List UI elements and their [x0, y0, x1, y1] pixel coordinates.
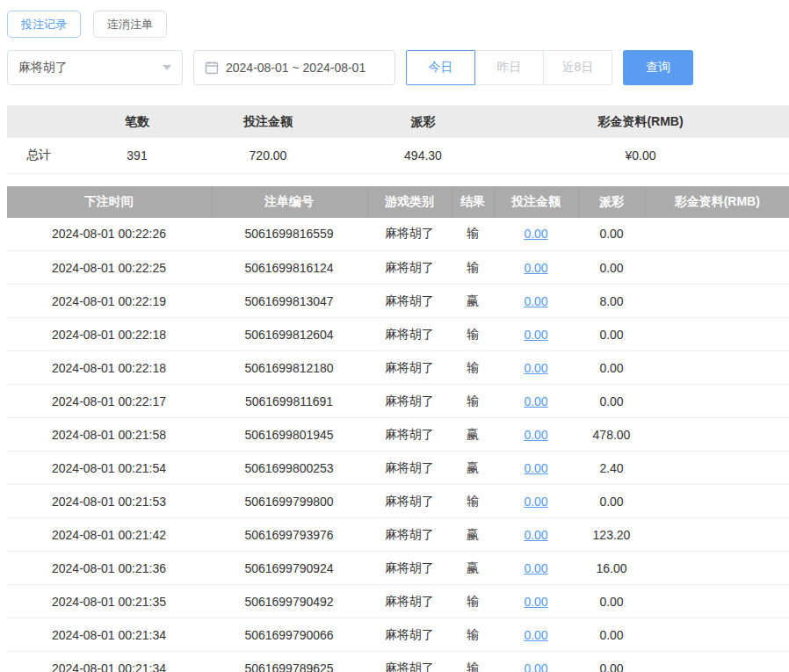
bet-amount-link[interactable]: 0.00: [524, 595, 547, 609]
cell-payout: 0.00: [578, 652, 645, 672]
cell-order-id: 5061699812180: [211, 351, 367, 385]
cell-payout: 8.00: [578, 285, 645, 318]
cell-bet-time: 2024-08-01 00:21:34: [7, 652, 211, 672]
summary-header-row: 笔数 投注金额 派彩 彩金资料(RMB): [7, 105, 789, 138]
cell-game-type: 麻将胡了: [367, 285, 452, 318]
summary-total-count: 391: [92, 138, 182, 173]
column-header: 派彩: [578, 186, 645, 218]
cell-bet-amount: 0.00: [494, 552, 578, 585]
cell-bet-time: 2024-08-01 00:21:54: [7, 452, 211, 485]
cell-game-type: 麻将胡了: [367, 585, 452, 618]
cell-order-id: 5061699801945: [211, 418, 367, 452]
cell-bonus: [645, 251, 789, 285]
tab-betting-records[interactable]: 投注记录: [7, 11, 81, 38]
cell-bet-amount: 0.00: [494, 218, 578, 251]
cell-bonus: [645, 452, 789, 485]
cell-bet-time: 2024-08-01 00:22:19: [7, 285, 211, 318]
summary-header-payout: 派彩: [354, 105, 492, 138]
cell-payout: 0.00: [578, 585, 645, 618]
cell-bonus: [645, 285, 789, 318]
cell-game-type: 麻将胡了: [367, 318, 452, 351]
cell-game-type: 麻将胡了: [367, 518, 452, 552]
bet-amount-link[interactable]: 0.00: [524, 428, 547, 442]
cell-bonus: [645, 351, 789, 385]
cell-game-type: 麻将胡了: [367, 251, 452, 285]
cell-result: 输: [452, 318, 494, 351]
cell-order-id: 5061699790924: [211, 552, 367, 585]
table-row: 2024-08-01 00:21:545061699800253麻将胡了赢0.0…: [7, 452, 789, 485]
cell-game-type: 麻将胡了: [367, 618, 452, 652]
cell-game-type: 麻将胡了: [367, 351, 452, 385]
cell-payout: 0.00: [578, 251, 645, 285]
column-header: 下注时间: [7, 186, 211, 218]
cell-result: 输: [452, 251, 494, 285]
bet-amount-link[interactable]: 0.00: [524, 461, 547, 475]
tab-cancelled-orders[interactable]: 连消注单: [93, 11, 167, 38]
bet-amount-link[interactable]: 0.00: [524, 328, 547, 342]
table-row: 2024-08-01 00:21:345061699790066麻将胡了输0.0…: [7, 618, 789, 652]
records-table-body: 2024-08-01 00:22:265061699816559麻将胡了输0.0…: [7, 218, 789, 672]
bet-amount-link[interactable]: 0.00: [524, 495, 547, 509]
bet-amount-link[interactable]: 0.00: [524, 661, 547, 672]
bet-amount-link[interactable]: 0.00: [524, 394, 547, 408]
cell-result: 赢: [452, 518, 494, 552]
cell-payout: 478.00: [578, 418, 645, 452]
cell-bet-time: 2024-08-01 00:22:17: [7, 385, 211, 418]
today-button[interactable]: 今日: [406, 50, 475, 85]
date-range-input[interactable]: 2024-08-01 ~ 2024-08-01: [193, 50, 395, 85]
cell-result: 输: [452, 652, 494, 672]
cell-result: 赢: [452, 452, 494, 485]
filter-bar: 麻将胡了 2024-08-01 ~ 2024-08-01 今日 昨日 近8日 查…: [7, 50, 782, 85]
cell-result: 输: [452, 218, 494, 251]
cell-bonus: [645, 385, 789, 418]
cell-bet-time: 2024-08-01 00:21:34: [7, 618, 211, 652]
yesterday-button[interactable]: 昨日: [474, 50, 544, 85]
last-8-days-button[interactable]: 近8日: [543, 50, 612, 85]
cell-payout: 2.40: [578, 452, 645, 485]
bet-amount-link[interactable]: 0.00: [524, 294, 547, 308]
search-button[interactable]: 查询: [623, 50, 693, 85]
cell-bet-time: 2024-08-01 00:21:53: [7, 485, 211, 518]
game-type-select[interactable]: 麻将胡了: [7, 50, 183, 85]
game-type-select-value: 麻将胡了: [18, 60, 68, 76]
cell-payout: 0.00: [578, 351, 645, 385]
records-header-row: 下注时间注单编号游戏类别结果投注金额派彩彩金资料(RMB): [7, 186, 789, 218]
bet-amount-link[interactable]: 0.00: [524, 528, 547, 542]
cell-result: 赢: [452, 285, 494, 318]
cell-game-type: 麻将胡了: [367, 418, 452, 452]
cell-order-id: 5061699813047: [211, 285, 367, 318]
cell-bet-time: 2024-08-01 00:21:36: [7, 552, 211, 585]
bet-amount-link[interactable]: 0.00: [524, 561, 547, 575]
table-row: 2024-08-01 00:21:365061699790924麻将胡了赢0.0…: [7, 552, 789, 585]
bet-amount-link[interactable]: 0.00: [524, 261, 547, 275]
cell-bet-time: 2024-08-01 00:21:35: [7, 585, 211, 618]
summary-total-payout: 494.30: [354, 138, 492, 173]
cell-bet-amount: 0.00: [494, 418, 578, 452]
cell-bet-amount: 0.00: [494, 618, 578, 652]
cell-game-type: 麻将胡了: [367, 218, 452, 251]
cell-result: 赢: [452, 418, 494, 452]
table-row: 2024-08-01 00:22:175061699811691麻将胡了输0.0…: [7, 385, 789, 418]
cell-result: 输: [452, 485, 494, 518]
summary-header-empty: [7, 105, 92, 138]
cell-result: 输: [452, 585, 494, 618]
cell-bonus: [645, 518, 789, 552]
summary-header-count: 笔数: [92, 105, 182, 138]
cell-payout: 0.00: [578, 218, 645, 251]
column-header: 注单编号: [211, 186, 367, 218]
summary-total-label: 总计: [7, 138, 92, 173]
bet-amount-link[interactable]: 0.00: [524, 361, 547, 375]
cell-payout: 0.00: [578, 385, 645, 418]
summary-total-row: 总计 391 720.00 494.30 ¥0.00: [7, 138, 789, 173]
cell-bet-time: 2024-08-01 00:22:18: [7, 351, 211, 385]
bet-amount-link[interactable]: 0.00: [524, 628, 547, 642]
cell-bet-time: 2024-08-01 00:21:42: [7, 518, 211, 552]
cell-payout: 0.00: [578, 618, 645, 652]
bet-amount-link[interactable]: 0.00: [524, 227, 547, 241]
table-row: 2024-08-01 00:22:185061699812180麻将胡了输0.0…: [7, 351, 789, 385]
summary-header-bet-amount: 投注金额: [182, 105, 354, 138]
column-header: 结果: [452, 186, 494, 218]
cell-result: 赢: [452, 552, 494, 585]
cell-bonus: [645, 552, 789, 585]
summary-header-bonus: 彩金资料(RMB): [492, 105, 789, 138]
